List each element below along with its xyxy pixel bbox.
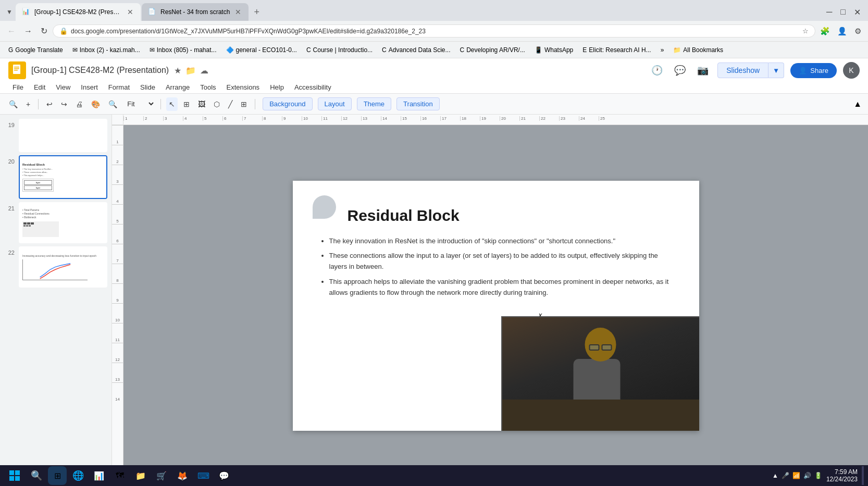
slide-thumb-19[interactable]: [19, 119, 107, 152]
user-avatar[interactable]: K: [843, 62, 860, 79]
maps-btn[interactable]: 🗺: [110, 466, 129, 485]
forward-btn[interactable]: →: [21, 23, 35, 39]
bookmark-inbox-1[interactable]: ✉ Inbox (2) - kazi.mah...: [68, 45, 144, 55]
refresh-btn[interactable]: ↻: [38, 23, 51, 39]
undo-btn[interactable]: ↩: [44, 97, 55, 111]
menu-insert[interactable]: Insert: [77, 81, 102, 93]
textbox-btn[interactable]: ⊞: [238, 97, 250, 111]
paint-format-btn[interactable]: 🎨: [89, 97, 103, 111]
files-btn[interactable]: 📁: [131, 466, 150, 485]
search-toolbar-btn[interactable]: 🔍: [6, 97, 20, 111]
redo-btn[interactable]: ↪: [58, 97, 70, 111]
tab-2[interactable]: 📄 ResNet - 34 from scratch ✕: [142, 3, 249, 21]
menu-arrange[interactable]: Arrange: [162, 81, 194, 93]
bookmark-course[interactable]: C Course | Introductio...: [302, 45, 377, 55]
add-btn[interactable]: +: [23, 97, 33, 111]
volume-icon[interactable]: 🔊: [803, 472, 811, 479]
print-btn[interactable]: 🖨: [73, 97, 85, 111]
bookmark-star-icon[interactable]: ☆: [802, 27, 809, 35]
slide-thumb-22[interactable]: Increasing accuracy and decreasing loss …: [19, 246, 107, 288]
search-taskbar-btn[interactable]: 🔍: [27, 466, 46, 485]
bookmark-general[interactable]: 🔷 general - ECO101-0...: [222, 45, 301, 55]
restore-btn[interactable]: □: [837, 4, 849, 20]
menu-file[interactable]: File: [8, 81, 28, 93]
collapse-toolbar-btn[interactable]: ▲: [853, 99, 862, 109]
elicit-favicon: E: [582, 46, 587, 54]
store-btn[interactable]: 🛒: [152, 466, 171, 485]
back-btn[interactable]: ←: [4, 23, 19, 39]
settings-btn[interactable]: ⚙: [852, 24, 864, 39]
profile-btn[interactable]: 👤: [835, 24, 850, 39]
slide-canvas[interactable]: Residual Block The key innovation in Res…: [293, 181, 699, 431]
layout-btn[interactable]: Layout: [318, 97, 352, 110]
share-btn[interactable]: 👤 Share: [790, 63, 837, 78]
zoom-btn[interactable]: 🔍: [106, 97, 120, 111]
code-btn[interactable]: ⌨: [194, 466, 213, 485]
theme-btn[interactable]: Theme: [357, 97, 391, 110]
tab-1[interactable]: 📊 [Group-1] CSE428-M2 (Present... ✕: [16, 3, 141, 21]
menu-tools[interactable]: Tools: [196, 81, 220, 93]
up-arrow-icon[interactable]: ▲: [772, 472, 778, 479]
bookmark-more[interactable]: »: [656, 45, 668, 55]
show-desktop-btn[interactable]: [862, 466, 864, 485]
menu-view[interactable]: View: [52, 81, 75, 93]
chat-btn[interactable]: 💬: [215, 466, 233, 485]
ruler-mark: 17: [440, 116, 460, 121]
battery-icon[interactable]: 🔋: [814, 472, 822, 479]
star-icon[interactable]: ★: [174, 66, 181, 76]
bookmark-google-translate[interactable]: G Google Translate: [4, 45, 67, 55]
tab-list-btn[interactable]: ▼: [4, 5, 15, 19]
history-btn[interactable]: 🕐: [649, 62, 665, 79]
bookmark-advanced-ds[interactable]: C Advanced Data Scie...: [378, 45, 454, 55]
widgets-btn[interactable]: ⊞: [48, 466, 67, 485]
folder-icon[interactable]: 📁: [185, 66, 196, 76]
slideshow-btn[interactable]: Slideshow: [717, 63, 768, 78]
mic-icon[interactable]: 🎤: [782, 472, 789, 479]
transition-btn[interactable]: Transition: [396, 97, 440, 110]
line-btn[interactable]: ╱: [226, 97, 235, 111]
shape-btn[interactable]: ⬡: [211, 97, 222, 111]
edge-btn[interactable]: 🌐: [69, 466, 88, 485]
cloud-icon[interactable]: ☁: [200, 66, 208, 76]
browser-taskbar-btn[interactable]: 🦊: [173, 466, 192, 485]
menu-format[interactable]: Format: [104, 81, 134, 93]
slide-item-20[interactable]: 20 Residual Block • The key innovation i…: [4, 155, 107, 199]
wifi-icon[interactable]: 📶: [792, 472, 800, 479]
close-btn[interactable]: ✕: [851, 4, 864, 20]
start-btn[interactable]: [4, 465, 25, 486]
comments-btn[interactable]: 💬: [672, 62, 688, 79]
bookmark-inbox-2[interactable]: ✉ Inbox (805) - mahat...: [145, 45, 221, 55]
menu-extensions[interactable]: Extensions: [222, 81, 264, 93]
slide-item-22[interactable]: 22 Increasing accuracy and decreasing lo…: [4, 246, 107, 288]
canvas-area[interactable]: Residual Block The key innovation in Res…: [123, 125, 868, 486]
tab-2-close[interactable]: ✕: [234, 7, 242, 17]
slide-decoration-icon: [313, 195, 336, 219]
new-tab-btn[interactable]: +: [250, 5, 264, 20]
select-btn[interactable]: ↖: [166, 97, 178, 111]
excel-btn[interactable]: 📊: [90, 466, 108, 485]
select-region-btn[interactable]: ⊞: [181, 97, 192, 111]
menu-edit[interactable]: Edit: [30, 81, 49, 93]
extensions-btn[interactable]: 🧩: [817, 24, 833, 39]
bookmark-ar-vr-label: Developing AR/VR/...: [466, 46, 525, 54]
address-bar[interactable]: 🔒 docs.google.com/presentation/d/1GtWceZ…: [53, 24, 815, 38]
bookmark-elicit[interactable]: E Elicit: Research AI H...: [578, 45, 655, 55]
bookmark-ar-vr[interactable]: C Developing AR/VR/...: [456, 45, 529, 55]
bookmark-whatsapp[interactable]: 📱 WhatsApp: [530, 45, 577, 55]
menu-slide[interactable]: Slide: [136, 81, 159, 93]
slide-thumb-20[interactable]: Residual Block • The key innovation in R…: [19, 155, 107, 199]
bookmark-all[interactable]: 📁 All Bookmarks: [669, 45, 727, 55]
slideshow-dropdown-btn[interactable]: ▼: [768, 63, 784, 78]
background-btn[interactable]: Background: [263, 97, 312, 110]
clock[interactable]: 7:59 AM 12/24/2023: [826, 468, 858, 483]
tab-1-close[interactable]: ✕: [126, 7, 134, 17]
menu-help[interactable]: Help: [266, 81, 288, 93]
slide-thumb-21[interactable]: • Total Params • Residual Connections • …: [19, 202, 107, 243]
slide-item-19[interactable]: 19: [4, 119, 107, 152]
menu-accessibility[interactable]: Accessibility: [290, 81, 336, 93]
slide-item-21[interactable]: 21 • Total Params • Residual Connections…: [4, 202, 107, 243]
minimize-btn[interactable]: ─: [823, 4, 835, 20]
image-btn[interactable]: 🖼: [195, 97, 208, 111]
present-btn[interactable]: 📷: [695, 62, 711, 79]
zoom-select[interactable]: Fit 50% 75% 100%: [123, 98, 155, 109]
